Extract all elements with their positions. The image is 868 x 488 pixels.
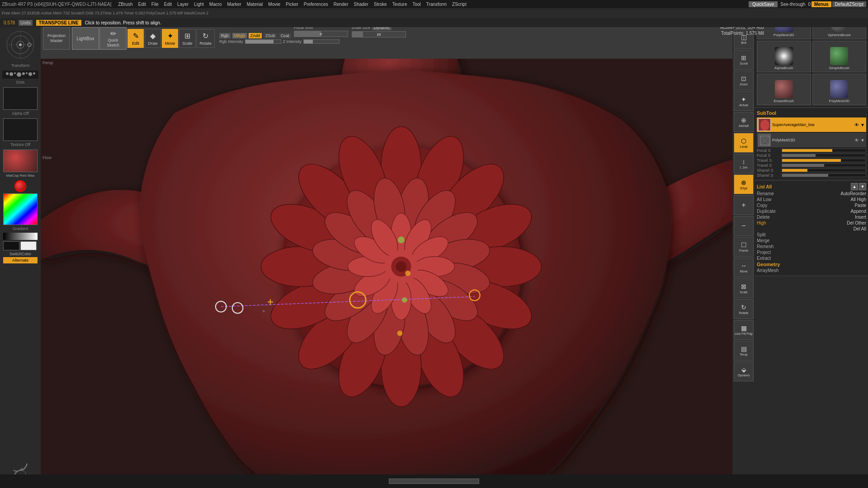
move-button[interactable]: ✦ Move	[162, 29, 178, 48]
all-high-button[interactable]: All High	[851, 197, 866, 202]
lightbox-button[interactable]: LightBox	[72, 27, 99, 50]
subtool-item-1[interactable]: SuperAverageMan_low 👁 ▼	[757, 117, 866, 132]
material-preview[interactable]	[3, 150, 38, 172]
texture-preview[interactable]	[3, 118, 38, 141]
z-intensity-slider[interactable]	[303, 39, 340, 44]
scroll-button[interactable]: ⊞ Scroll	[734, 50, 754, 70]
subtool-expand-2[interactable]: ▼	[860, 138, 865, 143]
alternate-button[interactable]: Alternate	[3, 257, 38, 263]
quick-sketch-button[interactable]: ✏ QuickSketch	[99, 27, 127, 50]
shanel-s-slider-1[interactable]	[782, 169, 866, 172]
coat-btn[interactable]: Coat	[279, 33, 291, 38]
gradient-preview[interactable]	[3, 233, 38, 240]
geometry-button[interactable]: Geometry	[757, 262, 866, 267]
rename-label[interactable]: Rename	[757, 191, 840, 196]
draw-size-slider[interactable]: 20	[352, 31, 406, 38]
dynamo-button[interactable]: ⬙ Dynamo	[734, 361, 754, 381]
menu-material[interactable]: Material	[245, 1, 265, 7]
focal-s-slider-2[interactable]	[782, 154, 866, 157]
split-button[interactable]: Split	[757, 232, 866, 237]
alpha-brush-item[interactable]: AlphaBrush	[757, 41, 811, 72]
projection-master-button[interactable]: ProjectionMaster	[43, 27, 70, 50]
travel-s-slider-1[interactable]	[782, 159, 866, 162]
insert-button[interactable]: Insert	[855, 215, 866, 220]
menu-stroke[interactable]: Stroke	[372, 1, 389, 7]
simple-brush-item[interactable]: SimpleBrush	[812, 41, 867, 72]
subtool-eye-1[interactable]: 👁	[854, 122, 859, 127]
all-low-button[interactable]: All Low	[757, 197, 850, 202]
arraymesh-button[interactable]: ArrayMesh	[757, 268, 866, 273]
focal-shift-slider[interactable]: 0	[294, 31, 348, 37]
menu-preferences[interactable]: Preferences	[302, 1, 330, 7]
ljim-button[interactable]: ↕ L Jım	[734, 154, 754, 174]
units-label[interactable]: Units	[19, 20, 33, 26]
scale-button[interactable]: ⊞ Scale	[179, 29, 196, 48]
rotate-3d-button[interactable]: ↻ Rotate	[734, 299, 754, 319]
rgb-circle[interactable]	[14, 180, 26, 192]
menu-shader[interactable]: Shader	[352, 1, 371, 7]
auto-reorder-button[interactable]: AutoReorder	[840, 191, 866, 196]
bottom-scroll-track[interactable]	[389, 479, 479, 484]
menu-zscript[interactable]: ZScript	[450, 1, 469, 7]
menu-edit2[interactable]: Edit	[162, 1, 174, 7]
actual-button[interactable]: ✦ Actual	[734, 91, 754, 111]
subtool-item-2[interactable]: PolyMesh3D 👁 ▼	[757, 133, 866, 147]
menu-transform[interactable]: Transform	[424, 1, 449, 7]
subtool-eye-2[interactable]: 👁	[854, 138, 859, 143]
eraser-brush-item[interactable]: EraserBrush	[757, 74, 811, 105]
menu-edit[interactable]: Edit	[136, 1, 148, 7]
focal-s-slider-1[interactable]	[782, 149, 866, 152]
move-3d-button[interactable]: ↔ Move	[734, 258, 754, 277]
rgb-intensity-slider[interactable]	[245, 39, 281, 44]
menu-movie[interactable]: Movie	[266, 1, 283, 7]
menu-light[interactable]: Light	[192, 1, 206, 7]
menu-file[interactable]: File	[149, 1, 161, 7]
quicksave-button[interactable]: QuickSave	[749, 1, 778, 7]
menu-zbrush[interactable]: ZBrush	[116, 1, 135, 7]
duplicate-button[interactable]: Duplicate	[757, 209, 850, 214]
draw-button[interactable]: ◆ Draw	[145, 29, 161, 48]
sxyz-button[interactable]: ⊗ SXyz	[734, 174, 754, 194]
menus-btn[interactable]: Menus	[811, 1, 831, 7]
del-other-button[interactable]: Del Other	[847, 221, 866, 225]
list-up-button[interactable]: ▲	[851, 183, 858, 190]
white-swatch[interactable]	[20, 241, 37, 250]
polymesh2-brush-item[interactable]: PolyMesh3D	[812, 74, 867, 105]
frame-button[interactable]: ☐ Frame	[734, 237, 754, 257]
minus-button[interactable]: −	[734, 216, 754, 236]
menu-render[interactable]: Render	[331, 1, 351, 7]
paste-button[interactable]: Paste	[854, 203, 866, 208]
transpose-line-label[interactable]: TRANSPOSE LINE	[36, 20, 81, 26]
travel-s-slider-2[interactable]	[782, 164, 866, 167]
scale-3d-button[interactable]: ⊠ Scale	[734, 278, 754, 298]
zoom-button[interactable]: ⊡ Zoom	[734, 70, 754, 90]
color-picker[interactable]	[3, 193, 38, 225]
merge-button[interactable]: Merge	[757, 238, 866, 243]
shanel-s-slider-2[interactable]	[782, 174, 866, 177]
menu-texture[interactable]: Texture	[390, 1, 410, 7]
del-all-button[interactable]: Del All	[854, 226, 866, 231]
edit-button[interactable]: ✎ Edit	[127, 29, 144, 48]
append-button[interactable]: Append	[851, 209, 866, 214]
list-down-button[interactable]: ▼	[859, 183, 866, 190]
aahalf-button[interactable]: ⊕ AAHalf	[734, 112, 754, 132]
menu-marker[interactable]: Marker	[225, 1, 244, 7]
rotate-button[interactable]: ↻ Rotate	[197, 29, 215, 48]
zadd-btn[interactable]: ZAdd	[249, 33, 262, 38]
subtool-expand-1[interactable]: ▼	[860, 122, 865, 127]
transform-widget[interactable]	[5, 29, 36, 61]
project-button[interactable]: Project	[757, 250, 866, 255]
extract-button[interactable]: Extract	[757, 256, 866, 261]
list-all-label[interactable]: List All	[757, 184, 850, 189]
alpha-preview[interactable]	[3, 87, 38, 110]
copy-label[interactable]: Copy	[757, 203, 854, 208]
plus-button[interactable]: +	[734, 195, 754, 215]
local-button[interactable]: ⬡ Local	[734, 133, 754, 153]
canvas-background[interactable]: Persp Floor +	[41, 59, 755, 474]
default-zscript-btn[interactable]: DefaultZScript	[832, 1, 866, 7]
menu-tool[interactable]: Tool	[410, 1, 423, 7]
brush-dots-preview[interactable]	[2, 70, 38, 79]
menu-layer[interactable]: Layer	[175, 1, 191, 7]
rgb-label[interactable]: Rgb	[219, 33, 231, 38]
mrgb-label[interactable]: MRgb	[232, 33, 247, 38]
